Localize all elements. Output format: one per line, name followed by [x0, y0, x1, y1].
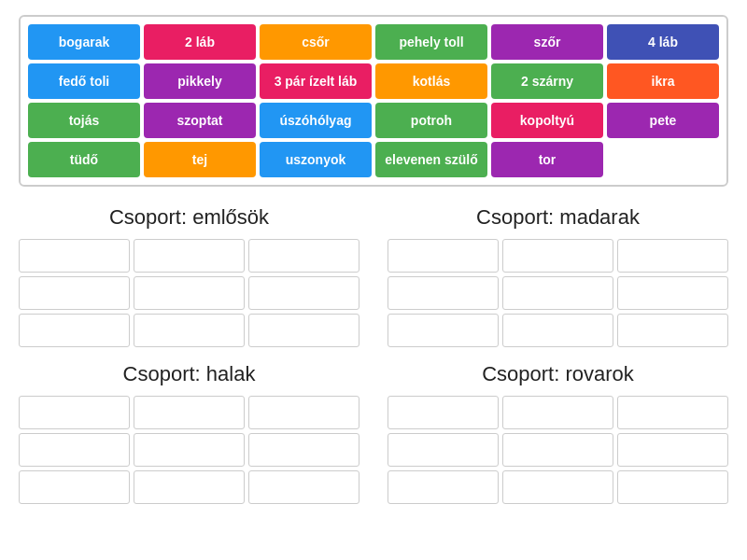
group-title-emlosok: Csoport: emlősök — [109, 205, 269, 230]
drop-cell-rovarok-5[interactable] — [617, 433, 728, 467]
drop-cell-rovarok-2[interactable] — [617, 396, 728, 429]
drop-cell-halak-5[interactable] — [248, 433, 359, 467]
drop-cell-halak-6[interactable] — [19, 470, 130, 504]
word-tile-tojas[interactable]: tojás — [28, 103, 140, 138]
word-tile-kotlas[interactable]: kotlás — [375, 63, 487, 99]
word-tile-szoptat[interactable]: szoptat — [144, 103, 256, 138]
drop-cell-madarak-5[interactable] — [617, 276, 728, 310]
drop-cell-halak-0[interactable] — [19, 396, 130, 429]
word-tile-4lab[interactable]: 4 láb — [607, 24, 719, 60]
word-tile-fedo_toli[interactable]: fedő toli — [28, 63, 140, 99]
group-grid-halak — [19, 396, 359, 504]
drop-cell-rovarok-6[interactable] — [388, 470, 499, 504]
drop-cell-emlosok-0[interactable] — [19, 239, 130, 273]
drop-cell-emlosok-8[interactable] — [248, 314, 359, 347]
drop-cell-emlosok-5[interactable] — [248, 276, 359, 310]
drop-cell-rovarok-0[interactable] — [388, 396, 499, 429]
word-tile-uszonyok[interactable]: uszonyok — [260, 142, 372, 177]
word-tile-tudo[interactable]: tüdő — [28, 142, 140, 177]
drop-cell-madarak-1[interactable] — [502, 239, 613, 273]
group-title-halak: Csoport: halak — [123, 362, 256, 386]
drop-cell-emlosok-3[interactable] — [19, 276, 130, 310]
group-grid-madarak — [388, 239, 728, 347]
groups-container: Csoport: emlősökCsoport: madarakCsoport:… — [19, 205, 728, 504]
word-tile-2lab[interactable]: 2 láb — [144, 24, 256, 60]
drop-cell-halak-7[interactable] — [134, 470, 245, 504]
group-emlosok: Csoport: emlősök — [19, 205, 359, 347]
drop-cell-madarak-6[interactable] — [388, 314, 499, 347]
drop-cell-madarak-0[interactable] — [388, 239, 499, 273]
drop-cell-halak-4[interactable] — [134, 433, 245, 467]
drop-cell-emlosok-1[interactable] — [134, 239, 245, 273]
word-tile-bogarak[interactable]: bogarak — [28, 24, 140, 60]
drop-cell-halak-3[interactable] — [19, 433, 130, 467]
word-tile-pete[interactable]: pete — [607, 103, 719, 138]
drop-cell-madarak-2[interactable] — [617, 239, 728, 273]
word-tile-2szarny[interactable]: 2 szárny — [491, 63, 603, 99]
word-tile-csor[interactable]: csőr — [260, 24, 372, 60]
drop-cell-rovarok-8[interactable] — [617, 470, 728, 504]
drop-cell-emlosok-6[interactable] — [19, 314, 130, 347]
word-tile-uszohólyag[interactable]: úszóhólyag — [260, 103, 372, 138]
word-tile-ikra[interactable]: ikra — [607, 63, 719, 99]
drop-cell-madarak-3[interactable] — [388, 276, 499, 310]
drop-cell-rovarok-4[interactable] — [502, 433, 613, 467]
drop-cell-halak-8[interactable] — [248, 470, 359, 504]
group-title-rovarok: Csoport: rovarok — [482, 362, 634, 386]
group-grid-emlosok — [19, 239, 359, 347]
drop-cell-halak-1[interactable] — [134, 396, 245, 429]
main-container: bogarak2 lábcsőrpehely tollszőr4 lábfedő… — [0, 0, 747, 519]
word-tile-3par[interactable]: 3 pár ízelt láb — [260, 63, 372, 99]
word-tile-pikkely[interactable]: pikkely — [144, 63, 256, 99]
drop-cell-emlosok-7[interactable] — [134, 314, 245, 347]
drop-cell-emlosok-2[interactable] — [248, 239, 359, 273]
group-grid-rovarok — [388, 396, 728, 504]
word-tile-pehely_toll[interactable]: pehely toll — [375, 24, 487, 60]
word-tile-potroh[interactable]: potroh — [375, 103, 487, 138]
drop-cell-halak-2[interactable] — [248, 396, 359, 429]
word-tile-szor[interactable]: szőr — [491, 24, 603, 60]
drop-cell-madarak-7[interactable] — [502, 314, 613, 347]
word-tile-tor[interactable]: tor — [491, 142, 603, 177]
group-halak: Csoport: halak — [19, 362, 359, 504]
word-bank: bogarak2 lábcsőrpehely tollszőr4 lábfedő… — [19, 15, 728, 187]
word-tile-kopoltyú[interactable]: kopoltyú — [491, 103, 603, 138]
drop-cell-madarak-8[interactable] — [617, 314, 728, 347]
drop-cell-madarak-4[interactable] — [502, 276, 613, 310]
drop-cell-rovarok-1[interactable] — [502, 396, 613, 429]
word-tile-elevenen[interactable]: elevenen szülő — [375, 142, 487, 177]
word-tile-tej[interactable]: tej — [144, 142, 256, 177]
group-madarak: Csoport: madarak — [388, 205, 728, 347]
group-rovarok: Csoport: rovarok — [388, 362, 728, 504]
drop-cell-rovarok-7[interactable] — [502, 470, 613, 504]
drop-cell-emlosok-4[interactable] — [134, 276, 245, 310]
drop-cell-rovarok-3[interactable] — [388, 433, 499, 467]
group-title-madarak: Csoport: madarak — [476, 205, 640, 230]
